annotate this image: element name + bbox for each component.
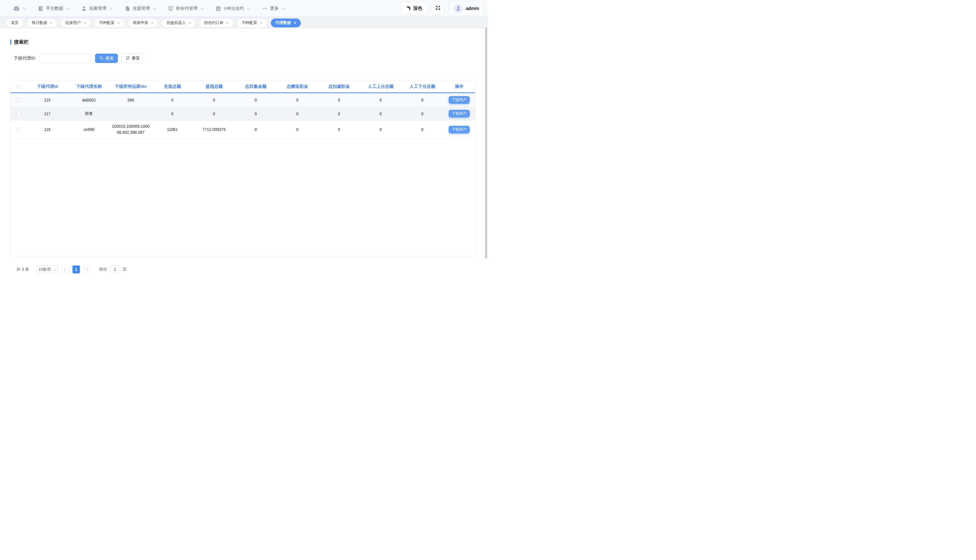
- nav-label: 充提管理: [133, 6, 150, 11]
- vertical-scrollbar[interactable]: [485, 27, 487, 258]
- cell-bonus-deduct-total: 0: [318, 93, 360, 107]
- cell-agent-id: 118: [27, 121, 68, 138]
- search-icon: [99, 56, 104, 61]
- nav-item-dashboard[interactable]: [13, 5, 26, 12]
- close-icon[interactable]: ×: [260, 21, 262, 25]
- close-icon[interactable]: ×: [151, 21, 154, 25]
- cell-withdraw-total: 7712.009375: [193, 121, 235, 138]
- row-checkbox[interactable]: [17, 112, 21, 116]
- tab-label: 币种配置: [99, 20, 114, 25]
- grid-table-icon: [216, 6, 221, 12]
- tab-market-robot[interactable]: 控盘机器人 ×: [162, 18, 196, 27]
- table-row: 117 财务 0 0 0 0 0 0 0 下级用户: [10, 107, 475, 121]
- cell-collect-total: 0: [235, 107, 277, 121]
- tab-daily-data[interactable]: 每日数据 ×: [27, 18, 57, 27]
- tab-player-users[interactable]: 玩家用户 ×: [61, 18, 90, 27]
- tab-agent-data-active[interactable]: 代理数据 ×: [271, 18, 301, 27]
- nav-item-player-management[interactable]: 玩家管理: [81, 6, 112, 12]
- search-button[interactable]: 搜索: [95, 53, 118, 63]
- title-accent-bar: [10, 40, 12, 45]
- col-agent-id: 下级代理id: [27, 81, 68, 93]
- col-manual-down-total: 人工下分总额: [401, 81, 443, 93]
- user-menu[interactable]: admin: [449, 2, 484, 16]
- tab-merchant-apply[interactable]: 商家申请 ×: [129, 18, 158, 27]
- table-row: 118 ce990 100010,100009,100008,402,398,3…: [10, 121, 475, 138]
- total-count-label: 共 3 条: [17, 267, 29, 272]
- tab-home[interactable]: 首页: [6, 18, 23, 27]
- tab-label: 玩家用户: [65, 20, 81, 25]
- chevron-left-icon: [64, 268, 67, 271]
- page-number-active[interactable]: 1: [72, 265, 80, 273]
- row-checkbox[interactable]: [17, 98, 21, 102]
- cell-player-ids: 395: [110, 93, 152, 107]
- col-bonus-given-total: 总赠送彩金: [277, 81, 318, 93]
- cell-bonus-deduct-total: 0: [318, 121, 360, 138]
- page-size-value: 10条/页: [38, 267, 51, 272]
- nav-item-more[interactable]: 更多: [262, 6, 285, 12]
- nav-item-second-contract[interactable]: 秒合约管理: [168, 6, 204, 12]
- col-recharge-total: 充值总额: [152, 81, 193, 93]
- cell-recharge-total: 0: [152, 93, 193, 107]
- cell-manual-down-total: 0: [401, 121, 443, 138]
- tab-label: 首页: [11, 20, 18, 25]
- tab-coin-config-1[interactable]: 币种配置 ×: [94, 18, 124, 27]
- cell-bonus-deduct-total: 0: [318, 107, 360, 121]
- nav-item-platform-data[interactable]: 平台数据: [38, 6, 69, 12]
- close-icon[interactable]: ×: [84, 21, 86, 25]
- chevron-down-icon: [109, 6, 113, 10]
- search-button-label: 搜索: [105, 56, 114, 61]
- cell-agent-name: 财务: [68, 107, 110, 121]
- close-icon[interactable]: ×: [50, 21, 52, 25]
- prev-page-button[interactable]: [62, 265, 69, 273]
- top-navbar: 平台数据 玩家管理 充提管理 秒合约管理: [0, 0, 488, 17]
- theme-toggle-button[interactable]: 深色: [401, 2, 428, 15]
- goto-page-input[interactable]: [110, 265, 120, 273]
- cell-bonus-given-total: 0: [277, 121, 318, 138]
- cell-bonus-given-total: 0: [277, 93, 318, 107]
- search-form: 下级代理ID 搜索 重置: [14, 53, 144, 63]
- row-checkbox[interactable]: [17, 127, 21, 132]
- refresh-icon: [125, 56, 130, 61]
- dashboard-gauge-icon: [13, 5, 20, 12]
- agent-id-field-label: 下级代理ID: [14, 56, 35, 61]
- nav-item-deposit-withdraw[interactable]: 充提管理: [124, 6, 156, 12]
- nav-label: 秒合约管理: [176, 6, 197, 11]
- cell-recharge-total: 0: [152, 107, 193, 121]
- col-agent-name: 下级代理名称: [68, 81, 110, 93]
- chevron-down-icon: [247, 6, 251, 10]
- cell-player-ids: 100010,100009,100008,402,398,397: [112, 123, 150, 135]
- table-header-row: 下级代理id 下级代理名称 下级所有玩家ids 充值总额 提现总额 总归集金额 …: [10, 81, 475, 93]
- cell-manual-up-total: 0: [360, 107, 401, 121]
- tab-second-contract-orders[interactable]: 秒合约订单 ×: [199, 18, 233, 27]
- user-icon: [81, 6, 87, 12]
- chevron-down-icon: [66, 6, 70, 10]
- page-suffix-label: 页: [123, 267, 127, 272]
- section-title-text: 搜索栏: [14, 39, 28, 45]
- main-content: 搜索栏 下级代理ID 搜索 重置: [0, 28, 488, 280]
- cell-bonus-given-total: 0: [277, 107, 318, 121]
- moon-icon: [406, 6, 411, 11]
- close-icon[interactable]: ×: [189, 21, 191, 25]
- reset-button-label: 重置: [132, 56, 140, 61]
- nav-label: 更多: [270, 6, 279, 11]
- next-page-button[interactable]: [84, 265, 91, 273]
- agent-id-input[interactable]: [39, 53, 91, 63]
- sub-users-button[interactable]: 下级用户: [449, 126, 470, 133]
- close-icon[interactable]: ×: [226, 21, 229, 25]
- close-icon[interactable]: ×: [117, 21, 120, 25]
- chevron-down-icon: [153, 6, 156, 10]
- agents-table-card: 下级代理id 下级代理名称 下级所有玩家ids 充值总额 提现总额 总归集金额 …: [10, 80, 475, 256]
- tab-coin-config-2[interactable]: 币种配置 ×: [237, 18, 267, 27]
- sub-users-button[interactable]: 下级用户: [449, 110, 470, 117]
- reset-button[interactable]: 重置: [122, 53, 144, 63]
- tab-label: 每日数据: [32, 20, 47, 25]
- chevron-down-icon: [282, 6, 286, 10]
- close-icon[interactable]: ×: [294, 21, 296, 25]
- nav-item-u-contract[interactable]: U本位合约: [216, 6, 250, 12]
- chevron-down-icon: [53, 267, 56, 270]
- fullscreen-button[interactable]: [431, 2, 445, 15]
- ellipsis-icon: [262, 6, 268, 12]
- select-all-checkbox[interactable]: [17, 85, 21, 89]
- page-size-select[interactable]: 10条/页: [37, 265, 58, 273]
- sub-users-button[interactable]: 下级用户: [449, 96, 470, 104]
